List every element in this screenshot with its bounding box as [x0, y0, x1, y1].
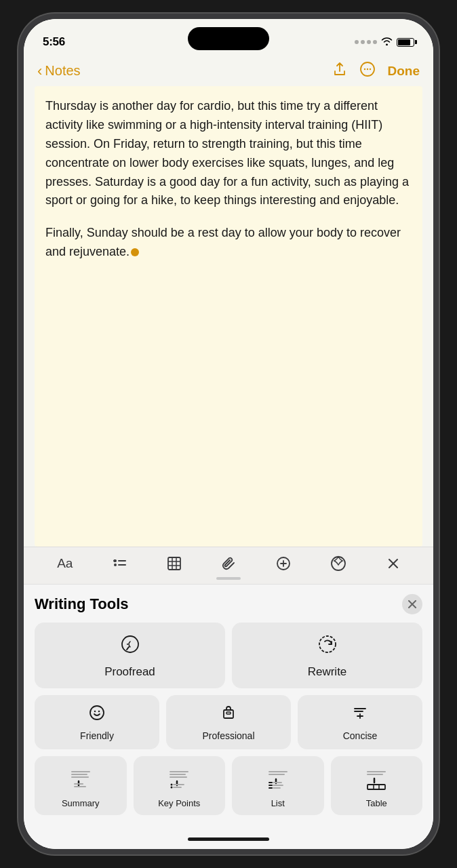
wifi-icon: [381, 37, 393, 47]
text-cursor: [131, 248, 139, 256]
svg-point-24: [90, 706, 104, 719]
nav-left[interactable]: ‹ Notes: [37, 63, 81, 79]
professional-label: Professional: [202, 730, 254, 741]
writing-tools-title: Writing Tools: [35, 595, 129, 613]
note-text-2: Finally, Sunday should be a rest day to …: [45, 224, 412, 262]
svg-point-21: [127, 644, 128, 645]
keyboard-close-icon[interactable]: [386, 557, 400, 570]
table-insert-icon[interactable]: [167, 556, 182, 571]
list-button[interactable]: List: [232, 756, 324, 815]
list-format-icon[interactable]: [113, 556, 127, 571]
proofread-label: Proofread: [104, 665, 155, 679]
row-medium: Friendly Professional: [35, 695, 422, 749]
status-time: 5:56: [43, 35, 65, 49]
nav-bar: ‹ Notes Done: [24, 56, 433, 86]
attachment-icon[interactable]: [222, 556, 237, 571]
svg-line-22: [127, 647, 129, 650]
friendly-label: Friendly: [80, 730, 114, 741]
back-chevron-icon[interactable]: ‹: [37, 64, 42, 79]
svg-rect-59: [367, 785, 385, 789]
writing-tools-header: Writing Tools: [35, 585, 422, 623]
toolbar-icons: Aa: [24, 547, 433, 577]
proofread-icon: [121, 635, 140, 658]
row-small: Summary: [35, 756, 422, 815]
friendly-button[interactable]: Friendly: [35, 695, 159, 749]
markup-icon[interactable]: [276, 556, 291, 571]
svg-rect-7: [118, 564, 126, 566]
svg-point-25: [94, 711, 96, 712]
share-icon[interactable]: [332, 62, 347, 80]
note-text-1: Thursday is another day for cardio, but …: [45, 97, 412, 210]
svg-point-23: [319, 636, 336, 652]
concise-icon: [352, 705, 368, 725]
svg-rect-5: [118, 560, 126, 561]
summary-button[interactable]: Summary: [35, 756, 127, 815]
writing-tools-grid: Proofread Rewrite: [35, 623, 422, 815]
svg-point-3: [369, 68, 370, 70]
rewrite-icon: [318, 635, 337, 658]
phone-screen: 5:56: [24, 19, 433, 849]
table-button[interactable]: Table: [331, 756, 423, 815]
professional-button[interactable]: Professional: [166, 695, 291, 749]
friendly-icon: [89, 705, 105, 725]
key-points-label: Key Points: [158, 798, 200, 808]
toolbar-area: Aa: [24, 547, 433, 584]
done-button[interactable]: Done: [388, 64, 420, 79]
drag-handle: [216, 577, 241, 580]
rewrite-label: Rewrite: [308, 665, 347, 679]
svg-point-20: [122, 636, 138, 652]
rewrite-button[interactable]: Rewrite: [232, 623, 422, 688]
writing-tools-panel: Writing Tools: [24, 584, 433, 829]
writing-tools-icon[interactable]: [330, 555, 346, 572]
svg-point-1: [363, 68, 365, 70]
svg-point-2: [366, 68, 367, 70]
list-icon: [264, 766, 292, 793]
status-bar: 5:56: [24, 19, 433, 56]
note-content[interactable]: Thursday is another day for cardio, but …: [35, 86, 422, 547]
nav-back-label[interactable]: Notes: [45, 63, 80, 79]
proofread-button[interactable]: Proofread: [35, 623, 225, 688]
table-icon: [363, 766, 390, 793]
nav-right: Done: [332, 61, 420, 81]
row-large: Proofread Rewrite: [35, 623, 422, 688]
dynamic-island: [188, 27, 269, 50]
concise-label: Concise: [343, 730, 378, 741]
phone-frame: 5:56: [18, 14, 439, 854]
svg-point-26: [98, 711, 100, 712]
list-label: List: [271, 798, 285, 808]
status-icons: [355, 37, 414, 47]
professional-icon: [220, 705, 237, 725]
svg-rect-9: [168, 557, 180, 570]
battery-icon: [397, 38, 414, 47]
concise-button[interactable]: Concise: [298, 695, 422, 749]
home-bar: [188, 837, 269, 841]
key-points-icon: [165, 766, 193, 793]
font-format-icon[interactable]: Aa: [57, 556, 73, 571]
home-indicator: [24, 829, 433, 849]
table-label: Table: [366, 798, 387, 808]
signal-icon: [355, 40, 377, 44]
svg-point-45: [171, 787, 173, 789]
writing-tools-close-button[interactable]: [402, 594, 422, 614]
svg-point-43: [171, 784, 173, 786]
more-icon[interactable]: [359, 61, 376, 81]
svg-rect-28: [226, 712, 231, 714]
svg-point-6: [114, 564, 117, 566]
key-points-button[interactable]: Key Points: [134, 756, 226, 815]
summary-icon: [67, 766, 94, 793]
summary-label: Summary: [62, 798, 100, 808]
svg-point-15: [332, 557, 345, 570]
